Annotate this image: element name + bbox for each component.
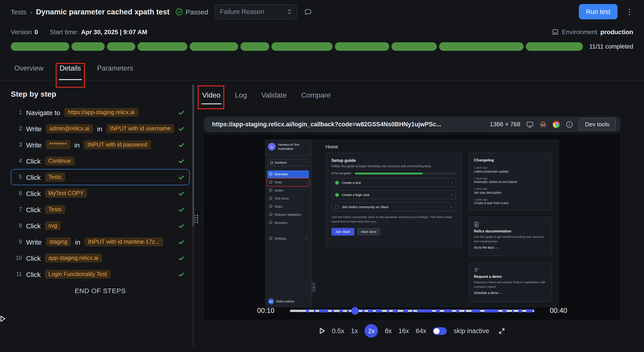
step-success-check-icon — [178, 190, 185, 197]
app-main: Home Setup guide Follow this guide to be… — [312, 139, 559, 308]
nav-item-label: Settings — [274, 236, 286, 240]
speed-options: 0.5x1x2x8x16x64x — [332, 324, 426, 338]
panel-expand-arrow[interactable] — [0, 312, 8, 326]
video-stage: ▲ Harness AI Test Automation boutique › … — [204, 135, 620, 320]
progress-segment — [138, 42, 188, 50]
user-name: Relicx Admin — [276, 300, 294, 303]
changelog-entry: 1 year agoSet step description — [474, 187, 547, 194]
tab-video[interactable]: Video — [202, 85, 220, 106]
step-row[interactable]: 11ClickLogin Functionality Test — [11, 266, 190, 282]
step-row[interactable]: 9WritestaginginINPUT with id mantine-17z… — [11, 234, 190, 250]
step-number: 3 — [14, 142, 22, 148]
tab-details[interactable]: Details — [60, 57, 81, 80]
dev-tools-button[interactable]: Dev tools — [579, 118, 616, 130]
play-button[interactable] — [319, 327, 325, 334]
timeline-thumb[interactable] — [351, 307, 359, 315]
setup-guide-item: ✓Create a login task› — [332, 190, 456, 199]
timeline-activity-segment — [464, 309, 466, 312]
info-icon — [566, 121, 573, 128]
changelog-entry: 1 year agoLatest production update — [474, 166, 547, 173]
step-row[interactable]: 5ClickTests — [11, 169, 190, 185]
setup-item-label: Create a login task — [342, 193, 370, 197]
step-target-chip: INPUT with id password — [84, 140, 151, 149]
info-button[interactable] — [566, 121, 573, 128]
speed-1x[interactable]: 1x — [351, 327, 358, 334]
changelog-time: 1 year ago — [474, 198, 547, 201]
setup-guide-buttons: Join Slack Mark done — [332, 228, 456, 236]
speed-8x[interactable]: 8x — [385, 327, 392, 334]
progress-segment — [107, 42, 136, 50]
demo-text: Request a demo and explore Relicx's capa… — [474, 280, 547, 289]
timeline-activity-segment — [319, 309, 328, 312]
incognito-icon — [539, 121, 547, 128]
app-sidebar: ▲ Harness AI Test Automation boutique › … — [265, 139, 312, 308]
tab-log[interactable]: Log — [235, 85, 247, 106]
status-badge: Passed — [175, 8, 208, 16]
video-url[interactable]: https://app-staging.relicx.ai/login_call… — [212, 121, 441, 128]
steps-scrollbar-thumb[interactable] — [192, 84, 194, 226]
kebab-menu-button[interactable]: ⋮ — [626, 7, 633, 16]
failure-reason-select[interactable]: Failure Reason — [215, 4, 297, 19]
tab-compare[interactable]: Compare — [301, 85, 331, 106]
app-project-select: boutique › — [268, 159, 308, 166]
tab-label: Parameters — [97, 64, 133, 72]
progress-segment — [71, 42, 104, 50]
timeline-track[interactable] — [290, 310, 534, 312]
fullscreen-button[interactable] — [498, 328, 505, 334]
chrome-button[interactable] — [553, 121, 560, 128]
timeline-activity-segment — [376, 309, 382, 312]
step-row[interactable]: 8Clicksvg — [11, 218, 190, 234]
step-row[interactable]: 7ClickTests — [11, 202, 190, 218]
comment-button[interactable] — [304, 8, 312, 16]
step-row[interactable]: 10Clickapp-staging.relicx.ai — [11, 250, 190, 266]
step-success-check-icon — [178, 255, 185, 262]
step-row[interactable]: 3Write********inINPUT with id password — [11, 137, 190, 153]
progress-segment — [11, 42, 69, 50]
skip-inactive-toggle[interactable] — [433, 327, 447, 335]
nav-item-label: Suites — [274, 188, 283, 192]
speed-0.5x[interactable]: 0.5x — [332, 327, 344, 334]
tab-label: Compare — [301, 91, 331, 99]
step-row[interactable]: 2Writeadmin@relicx.aiinINPUT with id use… — [11, 120, 190, 137]
step-row[interactable]: 1Navigate tohttps://app-staging.relicx.a… — [11, 104, 190, 120]
step-row[interactable]: 4ClickContinue — [11, 153, 190, 169]
nav-item-label: Release Validation — [274, 212, 301, 216]
setup-guide-item: Join Relicx community on Slack› — [332, 202, 456, 211]
empty-circle-icon — [335, 205, 339, 209]
timeline-activity-segment — [502, 309, 506, 312]
steps-scrollbar[interactable] — [192, 84, 194, 346]
chrome-icon — [553, 121, 560, 128]
changelog-text: Automatic retries on test failure — [474, 180, 547, 184]
version-value: 0 — [34, 28, 38, 36]
timeline-activity-segment — [306, 309, 308, 312]
timeline-slider[interactable] — [290, 306, 534, 315]
breadcrumb-tests[interactable]: Tests — [11, 8, 26, 16]
timeline-activity-segment — [403, 309, 408, 312]
speed-64x[interactable]: 64x — [416, 327, 426, 334]
run-test-button[interactable]: Run test — [579, 4, 618, 19]
progress-segment — [272, 42, 332, 50]
changelog-card: Changelog 1 year agoLatest production up… — [468, 153, 552, 210]
toggle-knob — [434, 328, 440, 334]
speed-16x[interactable]: 16x — [398, 327, 409, 334]
panel-resize-handle[interactable] — [194, 215, 198, 223]
monitor-button[interactable] — [526, 121, 534, 128]
changelog-entry: 1 year agoAutomatic retries on test fail… — [474, 176, 547, 184]
video-frame: ▲ Harness AI Test Automation boutique › … — [265, 139, 559, 308]
progress-segment — [334, 42, 389, 50]
incognito-button[interactable] — [539, 121, 547, 128]
setup-item-label: Join Relicx community on Slack — [342, 205, 388, 209]
tab-parameters[interactable]: Parameters — [97, 57, 133, 80]
nav-item-icon — [270, 213, 272, 216]
video-timeline: 00:10 00:40 — [257, 306, 567, 315]
project-name: boutique — [275, 161, 303, 164]
check-circle-icon: ✓ — [335, 180, 339, 184]
step-success-check-icon — [178, 158, 185, 164]
step-number: 10 — [14, 255, 22, 261]
tab-validate[interactable]: Validate — [261, 85, 287, 106]
step-row[interactable]: 6ClickMyTest COPY — [11, 185, 190, 202]
setup-guide-title: Setup guide — [332, 158, 456, 163]
speed-2x[interactable]: 2x — [365, 324, 378, 338]
tab-overview[interactable]: Overview — [14, 57, 43, 80]
top-header: Tests › Dynamic parameter cached xpath t… — [0, 0, 644, 24]
